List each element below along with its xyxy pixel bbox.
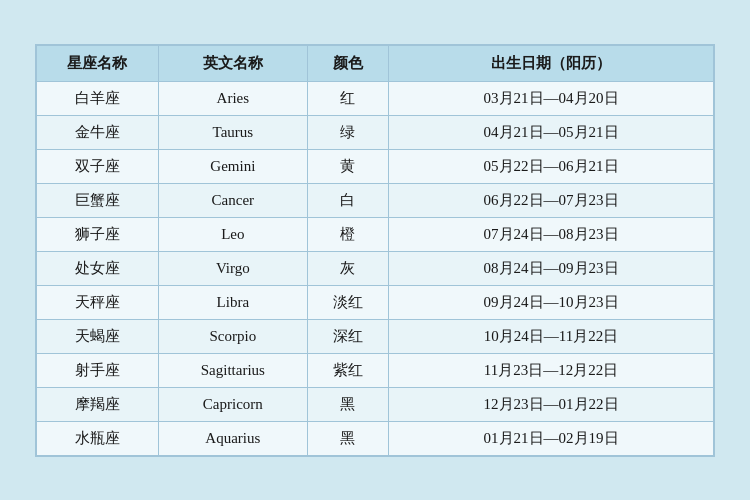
cell-chinese: 天蝎座 [37, 319, 159, 353]
table-header-row: 星座名称 英文名称 颜色 出生日期（阳历） [37, 45, 714, 81]
cell-chinese: 射手座 [37, 353, 159, 387]
cell-english: Leo [158, 217, 307, 251]
cell-date: 08月24日—09月23日 [389, 251, 714, 285]
cell-color: 紫红 [307, 353, 388, 387]
cell-date: 03月21日—04月20日 [389, 81, 714, 115]
header-color: 颜色 [307, 45, 388, 81]
cell-chinese: 狮子座 [37, 217, 159, 251]
zodiac-table: 星座名称 英文名称 颜色 出生日期（阳历） 白羊座Aries红03月21日—04… [36, 45, 714, 456]
cell-color: 黑 [307, 421, 388, 455]
cell-chinese: 处女座 [37, 251, 159, 285]
table-row: 金牛座Taurus绿04月21日—05月21日 [37, 115, 714, 149]
cell-chinese: 白羊座 [37, 81, 159, 115]
table-row: 射手座Sagittarius紫红11月23日—12月22日 [37, 353, 714, 387]
cell-color: 淡红 [307, 285, 388, 319]
cell-date: 06月22日—07月23日 [389, 183, 714, 217]
cell-chinese: 天秤座 [37, 285, 159, 319]
header-date: 出生日期（阳历） [389, 45, 714, 81]
cell-date: 10月24日—11月22日 [389, 319, 714, 353]
table-row: 双子座Gemini黄05月22日—06月21日 [37, 149, 714, 183]
table-row: 巨蟹座Cancer白06月22日—07月23日 [37, 183, 714, 217]
cell-english: Aquarius [158, 421, 307, 455]
table-row: 处女座Virgo灰08月24日—09月23日 [37, 251, 714, 285]
cell-chinese: 摩羯座 [37, 387, 159, 421]
table-row: 摩羯座Capricorn黑12月23日—01月22日 [37, 387, 714, 421]
cell-color: 绿 [307, 115, 388, 149]
cell-date: 09月24日—10月23日 [389, 285, 714, 319]
zodiac-table-container: 星座名称 英文名称 颜色 出生日期（阳历） 白羊座Aries红03月21日—04… [35, 44, 715, 457]
cell-color: 黑 [307, 387, 388, 421]
cell-color: 黄 [307, 149, 388, 183]
cell-color: 橙 [307, 217, 388, 251]
table-row: 天蝎座Scorpio深红10月24日—11月22日 [37, 319, 714, 353]
table-row: 水瓶座Aquarius黑01月21日—02月19日 [37, 421, 714, 455]
cell-chinese: 双子座 [37, 149, 159, 183]
cell-english: Aries [158, 81, 307, 115]
cell-color: 深红 [307, 319, 388, 353]
cell-english: Taurus [158, 115, 307, 149]
cell-english: Capricorn [158, 387, 307, 421]
cell-english: Libra [158, 285, 307, 319]
cell-english: Scorpio [158, 319, 307, 353]
cell-date: 12月23日—01月22日 [389, 387, 714, 421]
header-english: 英文名称 [158, 45, 307, 81]
cell-color: 白 [307, 183, 388, 217]
cell-english: Gemini [158, 149, 307, 183]
cell-chinese: 巨蟹座 [37, 183, 159, 217]
cell-chinese: 水瓶座 [37, 421, 159, 455]
table-body: 白羊座Aries红03月21日—04月20日金牛座Taurus绿04月21日—0… [37, 81, 714, 455]
table-row: 天秤座Libra淡红09月24日—10月23日 [37, 285, 714, 319]
cell-date: 04月21日—05月21日 [389, 115, 714, 149]
table-row: 白羊座Aries红03月21日—04月20日 [37, 81, 714, 115]
cell-color: 红 [307, 81, 388, 115]
table-row: 狮子座Leo橙07月24日—08月23日 [37, 217, 714, 251]
cell-color: 灰 [307, 251, 388, 285]
cell-english: Virgo [158, 251, 307, 285]
header-chinese: 星座名称 [37, 45, 159, 81]
cell-chinese: 金牛座 [37, 115, 159, 149]
cell-date: 07月24日—08月23日 [389, 217, 714, 251]
cell-date: 05月22日—06月21日 [389, 149, 714, 183]
cell-english: Sagittarius [158, 353, 307, 387]
cell-date: 01月21日—02月19日 [389, 421, 714, 455]
cell-date: 11月23日—12月22日 [389, 353, 714, 387]
cell-english: Cancer [158, 183, 307, 217]
